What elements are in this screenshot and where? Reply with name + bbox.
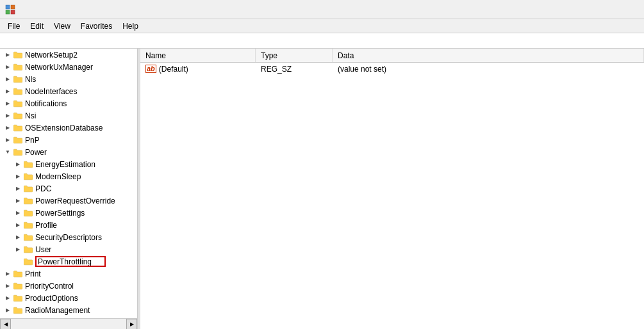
tree-expand-arrow[interactable]: ▶	[3, 305, 13, 316]
tree-item-label: EnergyEstimation	[35, 160, 95, 169]
tree-item-label: PnP	[25, 136, 40, 145]
hscroll-track[interactable]	[11, 319, 126, 330]
tree-expand-arrow[interactable]: ▶	[3, 293, 13, 303]
tree-item-power[interactable]: ▼ Power	[0, 146, 137, 158]
tree-expand-arrow[interactable]: ▶	[3, 111, 13, 121]
folder-icon	[13, 111, 23, 121]
tree-item-nsi[interactable]: ▶ Nsi	[0, 109, 137, 122]
tree-item-label: NetworkUxManager	[25, 63, 93, 72]
svg-rect-1	[11, 5, 15, 9]
right-panel: Name Type Data ab(Default)REG_SZ(value n…	[140, 49, 644, 329]
tree-expand-arrow[interactable]: ▶	[3, 74, 13, 84]
tree-item-profile[interactable]: ▶ Profile	[0, 219, 137, 231]
folder-icon	[13, 50, 23, 60]
svg-rect-2	[6, 10, 10, 14]
menu-item-help[interactable]: Help	[117, 20, 144, 32]
folder-icon	[13, 281, 23, 291]
tree-expand-arrow[interactable]: ▶	[3, 50, 13, 60]
tree-item-powersettings[interactable]: ▶ PowerSettings	[0, 207, 137, 219]
menu-item-file[interactable]: File	[3, 20, 25, 32]
tree-item-osextensiondatabase[interactable]: ▶ OSExtensionDatabase	[0, 122, 137, 134]
tree-item-nls[interactable]: ▶ Nls	[0, 73, 137, 85]
data-row[interactable]: ab(Default)REG_SZ(value not set)	[140, 63, 644, 75]
tree-scroll[interactable]: ▶ NetworkSetup2▶ NetworkUxManager▶ Nls▶ …	[0, 49, 137, 318]
tree-item-radiomanagement[interactable]: ▶ RadioManagement	[0, 304, 137, 316]
folder-icon	[23, 245, 33, 255]
tree-item-pnp[interactable]: ▶ PnP	[0, 134, 137, 146]
folder-icon	[13, 147, 23, 157]
data-cell-type: REG_SZ	[256, 65, 333, 74]
folder-icon	[13, 123, 23, 133]
tree-expand-arrow[interactable]: ▶	[13, 184, 23, 194]
menu-item-favorites[interactable]: Favorites	[76, 20, 117, 32]
tree-item-notifications[interactable]: ▶ Notifications	[0, 97, 137, 109]
folder-icon	[23, 184, 33, 194]
tree-item-label: NodeInterfaces	[25, 87, 77, 96]
tree-expand-arrow[interactable]: ▶	[13, 220, 23, 230]
tree-item-label: PriorityControl	[25, 282, 74, 291]
tree-item-powerrequestoverride[interactable]: ▶ PowerRequestOverride	[0, 195, 137, 207]
tree-item-label: PowerRequestOverride	[35, 197, 115, 205]
folder-icon	[23, 232, 33, 243]
tree-item-powerthrottling[interactable]	[0, 255, 137, 268]
tree-item-prioritycontrol[interactable]: ▶ PriorityControl	[0, 280, 137, 292]
folder-icon	[13, 269, 23, 279]
maximize-button[interactable]	[579, 0, 608, 19]
svg-rect-3	[11, 10, 15, 14]
tree-expand-arrow[interactable]: ▶	[3, 99, 13, 109]
menu-item-view[interactable]: View	[49, 20, 76, 32]
reg-sz-icon: ab	[145, 65, 156, 73]
menu-item-edit[interactable]: Edit	[25, 20, 49, 32]
tree-expand-arrow[interactable]: ▶	[3, 269, 13, 279]
folder-icon	[23, 257, 33, 267]
tree-expand-arrow[interactable]: ▶	[3, 62, 13, 72]
folder-icon	[13, 74, 23, 84]
folder-icon	[23, 196, 33, 206]
scroll-left-button[interactable]: ◀	[0, 319, 11, 330]
col-header-data: Data	[333, 49, 644, 62]
tree-expand-arrow[interactable]: ▶	[3, 123, 13, 133]
svg-rect-0	[6, 5, 10, 9]
tree-item-label: User	[35, 245, 51, 254]
tree-expand-arrow[interactable]: ▶	[3, 86, 13, 97]
tree-item-networkuxmanager[interactable]: ▶ NetworkUxManager	[0, 61, 137, 73]
tree-item-label: RadioManagement	[25, 306, 90, 315]
tree-item-productoptions[interactable]: ▶ ProductOptions	[0, 292, 137, 304]
tree-horizontal-scrollbar[interactable]: ◀ ▶	[0, 318, 137, 329]
tree-item-label: NetworkSetup2	[25, 51, 78, 60]
tree-item-pdc[interactable]: ▶ PDC	[0, 182, 137, 195]
tree-expand-arrow[interactable]: ▶	[3, 135, 13, 145]
app-icon	[5, 4, 15, 15]
tree-expand-arrow[interactable]: ▶	[13, 159, 23, 170]
tree-item-securitydescriptors[interactable]: ▶ SecurityDescriptors	[0, 231, 137, 243]
col-header-type: Type	[256, 49, 333, 62]
tree-panel: ▶ NetworkSetup2▶ NetworkUxManager▶ Nls▶ …	[0, 49, 138, 329]
tree-item-label: PDC	[35, 184, 51, 193]
window-controls	[548, 0, 639, 19]
minimize-button[interactable]	[548, 0, 577, 19]
tree-expand-arrow[interactable]: ▶	[13, 172, 23, 182]
tree-item-label: Profile	[35, 221, 57, 230]
tree-item-modernsleep[interactable]: ▶ ModernSleep	[0, 170, 137, 182]
tree-expand-arrow[interactable]: ▶	[13, 245, 23, 255]
rename-input[interactable]	[35, 256, 106, 267]
close-button[interactable]	[609, 0, 639, 19]
tree-expand-arrow[interactable]: ▶	[13, 196, 23, 206]
tree-expand-arrow[interactable]: ▼	[3, 147, 13, 157]
tree-item-print[interactable]: ▶ Print	[0, 268, 137, 280]
folder-icon	[13, 99, 23, 109]
tree-item-label: Nsi	[25, 111, 36, 120]
scroll-right-button[interactable]: ▶	[126, 319, 137, 330]
tree-expand-arrow[interactable]: ▶	[13, 208, 23, 218]
tree-item-user[interactable]: ▶ User	[0, 243, 137, 255]
tree-expand-arrow[interactable]: ▶	[13, 232, 23, 243]
col-header-name: Name	[140, 49, 256, 62]
folder-icon	[23, 172, 33, 182]
tree-arrow	[13, 257, 23, 267]
tree-item-nodeinterfaces[interactable]: ▶ NodeInterfaces	[0, 85, 137, 97]
data-list[interactable]: ab(Default)REG_SZ(value not set)	[140, 63, 644, 329]
tree-item-networksetup2[interactable]: ▶ NetworkSetup2	[0, 49, 137, 61]
tree-expand-arrow[interactable]: ▶	[3, 281, 13, 291]
folder-icon	[13, 305, 23, 316]
tree-item-energyestimation[interactable]: ▶ EnergyEstimation	[0, 158, 137, 170]
